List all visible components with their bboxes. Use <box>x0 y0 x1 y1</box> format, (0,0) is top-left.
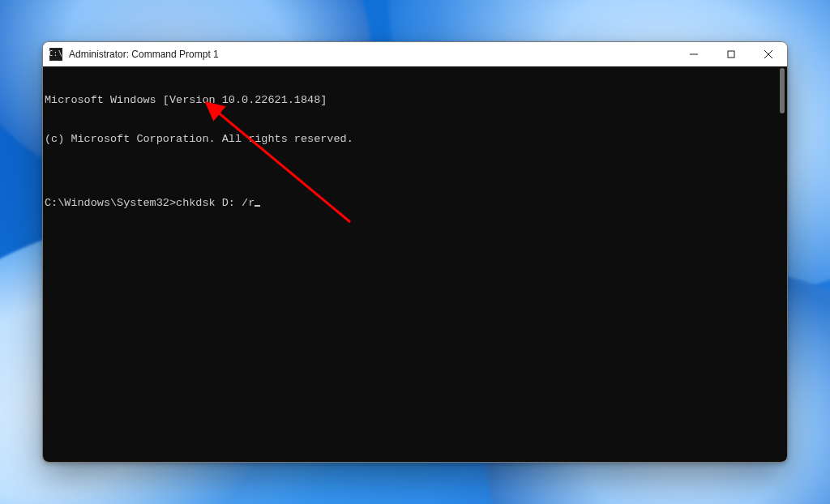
text-cursor <box>255 205 260 207</box>
prompt-text: C:\Windows\System32> <box>45 197 176 209</box>
command-prompt-window: C:\ Administrator: Command Prompt 1 Micr… <box>42 41 788 463</box>
terminal-prompt-line: C:\Windows\System32>chkdsk D: /r <box>45 197 785 210</box>
terminal-line: (c) Microsoft Corporation. All rights re… <box>45 133 785 146</box>
minimize-button[interactable] <box>675 42 712 66</box>
scrollbar-thumb[interactable] <box>780 68 785 113</box>
titlebar[interactable]: C:\ Administrator: Command Prompt 1 <box>43 42 787 66</box>
window-controls <box>675 42 787 66</box>
scrollbar[interactable] <box>773 68 785 460</box>
window-title: Administrator: Command Prompt 1 <box>69 49 219 60</box>
terminal-area[interactable]: Microsoft Windows [Version 10.0.22621.18… <box>43 66 787 462</box>
terminal-line: Microsoft Windows [Version 10.0.22621.18… <box>45 94 785 107</box>
svg-rect-1 <box>728 51 734 58</box>
maximize-button[interactable] <box>712 42 750 66</box>
command-prompt-icon: C:\ <box>49 48 62 61</box>
command-text: chkdsk D: /r <box>176 197 255 209</box>
close-button[interactable] <box>750 42 787 66</box>
